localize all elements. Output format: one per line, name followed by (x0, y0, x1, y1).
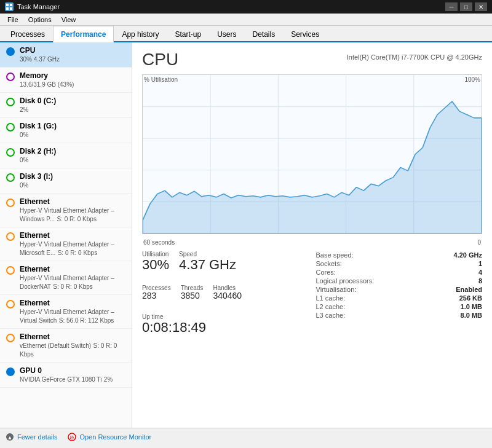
sidebar-item-eth1[interactable]: Ethernet Hyper-V Virtual Ethernet Adapte… (0, 194, 132, 227)
eth5-indicator (6, 334, 15, 342)
disk3-label: Disk 3 (I:) (20, 172, 53, 181)
eth4-indicator (6, 300, 15, 308)
gpu0-label: GPU 0 (20, 366, 113, 375)
stats-right: Base speed: 4.20 GHz Sockets: 1 Cores: 4… (316, 251, 483, 341)
minimize-button[interactable]: ─ (445, 2, 458, 11)
eth2-indicator (6, 232, 15, 241)
utilisation-value: 30% (142, 257, 169, 272)
sidebar-item-eth4[interactable]: Ethernet Hyper-V Virtual Ethernet Adapte… (0, 295, 132, 329)
sidebar-item-eth5[interactable]: Ethernet vEthernet (Default Switch) S: 0… (0, 329, 132, 363)
sidebar-item-disk1[interactable]: Disk 1 (G:) 0% (0, 118, 132, 143)
eth3-label: Ethernet (20, 265, 125, 273)
open-resource-monitor-link[interactable]: ⊘ Open Resource Monitor (67, 432, 151, 442)
eth1-indicator (6, 198, 15, 207)
close-button[interactable]: ✕ (475, 2, 487, 11)
app-title: Task Manager (17, 3, 60, 10)
maximize-button[interactable]: □ (460, 2, 472, 11)
stats-inline-2: Processes 283 Threads 3850 Handles 34046… (142, 285, 309, 307)
memory-label: Memory (20, 71, 74, 80)
svg-text:▲: ▲ (7, 434, 13, 441)
bottom-bar: ▲ Fewer details ⊘ Open Resource Monitor (0, 428, 492, 445)
stats-left: Utilisation 30% Speed 4.37 GHz Processes… (142, 251, 309, 341)
sidebar: CPU 30% 4.37 GHz Memory 13.6/31.9 GB (43… (0, 42, 132, 428)
virtualisation-label: Virtualisation: (316, 286, 357, 293)
sidebar-item-disk2[interactable]: Disk 2 (H:) 0% (0, 143, 132, 168)
detail-title: CPU (142, 50, 178, 69)
base-speed-label: Base speed: (316, 251, 354, 259)
eth1-value: S: 0 R: 0 Kbps (57, 216, 96, 222)
info-l2: L2 cache: 1.0 MB (316, 302, 483, 311)
l2-label: L2 cache: (316, 303, 346, 310)
cpu-label: CPU (20, 46, 60, 55)
logical-value: 8 (478, 277, 482, 285)
stats-inline-1: Utilisation 30% Speed 4.37 GHz (142, 251, 309, 278)
info-l1: L1 cache: 256 KB (316, 294, 483, 302)
tab-users[interactable]: Users (209, 26, 244, 42)
detail-header: CPU Intel(R) Core(TM) i7-7700K CPU @ 4.2… (142, 50, 482, 69)
sidebar-item-eth3[interactable]: Ethernet Hyper-V Virtual Ethernet Adapte… (0, 261, 132, 295)
tab-bar: Processes Performance App history Start-… (0, 26, 492, 42)
eth4-label: Ethernet (20, 299, 125, 307)
stat-speed: Speed 4.37 GHz (179, 251, 236, 272)
sidebar-item-memory[interactable]: Memory 13.6/31.9 GB (43%) (0, 68, 132, 93)
sidebar-item-gpu0[interactable]: GPU 0 NVIDIA GeForce GTX 1080 Ti 2% (0, 363, 132, 388)
speed-value: 4.37 GHz (179, 257, 236, 272)
info-cores: Cores: 4 (316, 268, 483, 277)
menu-file[interactable]: File (2, 15, 23, 24)
detail-subtitle: Intel(R) Core(TM) i7-7700K CPU @ 4.20GHz (347, 53, 482, 61)
sidebar-item-disk0[interactable]: Disk 0 (C:) 2% (0, 93, 132, 118)
disk1-indicator (6, 123, 15, 132)
stat-threads: Threads 3850 (181, 285, 204, 301)
tab-performance[interactable]: Performance (53, 26, 114, 42)
detail-panel: CPU Intel(R) Core(TM) i7-7700K CPU @ 4.2… (132, 42, 492, 428)
tab-startup[interactable]: Start-up (167, 26, 209, 42)
title-bar-left: Task Manager (5, 2, 60, 11)
sidebar-item-disk3[interactable]: Disk 3 (I:) 0% (0, 168, 132, 194)
open-resource-monitor-icon: ⊘ (67, 432, 77, 442)
chart-x-left: 60 seconds (143, 239, 175, 246)
info-logical: Logical processors: 8 (316, 277, 483, 285)
fewer-details-label: Fewer details (17, 433, 57, 441)
tab-app-history[interactable]: App history (114, 26, 167, 42)
sidebar-item-cpu[interactable]: CPU 30% 4.37 GHz (0, 42, 132, 68)
l2-value: 1.0 MB (461, 303, 482, 310)
stats-grid: Utilisation 30% Speed 4.37 GHz Processes… (142, 251, 482, 341)
stat-processes: Processes 283 (142, 285, 171, 301)
disk2-indicator (6, 148, 15, 157)
tab-processes[interactable]: Processes (2, 26, 53, 42)
memory-indicator (6, 73, 15, 81)
stat-utilisation: Utilisation 30% (142, 251, 169, 272)
sockets-label: Sockets: (316, 260, 342, 267)
svg-rect-2 (6, 7, 9, 10)
disk3-indicator (6, 173, 15, 182)
fewer-details-icon: ▲ (5, 432, 15, 442)
eth3-indicator (6, 266, 15, 275)
l1-value: 256 KB (459, 294, 482, 302)
info-l3: L3 cache: 8.0 MB (316, 311, 483, 320)
memory-value: 13.6/31.9 GB (43%) (20, 81, 74, 88)
base-speed-value: 4.20 GHz (454, 251, 482, 259)
tab-details[interactable]: Details (244, 26, 283, 42)
threads-value: 3850 (181, 291, 200, 301)
virtualisation-value: Enabled (456, 286, 482, 293)
menu-options[interactable]: Options (23, 15, 57, 24)
chart-x-labels: 60 seconds 0 (142, 239, 482, 246)
disk0-label: Disk 0 (C:) (20, 96, 56, 105)
disk1-label: Disk 1 (G:) (20, 122, 57, 130)
sidebar-item-eth2[interactable]: Ethernet Hyper-V Virtual Ethernet Adapte… (0, 227, 132, 261)
menu-bar: File Options View (0, 14, 492, 26)
main-content: CPU 30% 4.37 GHz Memory 13.6/31.9 GB (43… (0, 42, 492, 428)
eth4-value: S: 56.0 R: 112 Kbps (59, 317, 114, 324)
disk2-label: Disk 2 (H:) (20, 147, 56, 155)
tab-services[interactable]: Services (283, 26, 327, 42)
eth1-label: Ethernet (20, 197, 125, 206)
chart-svg (143, 75, 482, 234)
info-sockets: Sockets: 1 (316, 259, 483, 268)
menu-view[interactable]: View (57, 15, 81, 24)
stat-handles: Handles 340460 (213, 285, 242, 301)
svg-rect-1 (10, 4, 12, 6)
fewer-details-link[interactable]: ▲ Fewer details (5, 432, 57, 442)
svg-rect-0 (6, 4, 9, 6)
chart-y-max: 100% (464, 76, 480, 83)
window-controls[interactable]: ─ □ ✕ (445, 2, 487, 11)
